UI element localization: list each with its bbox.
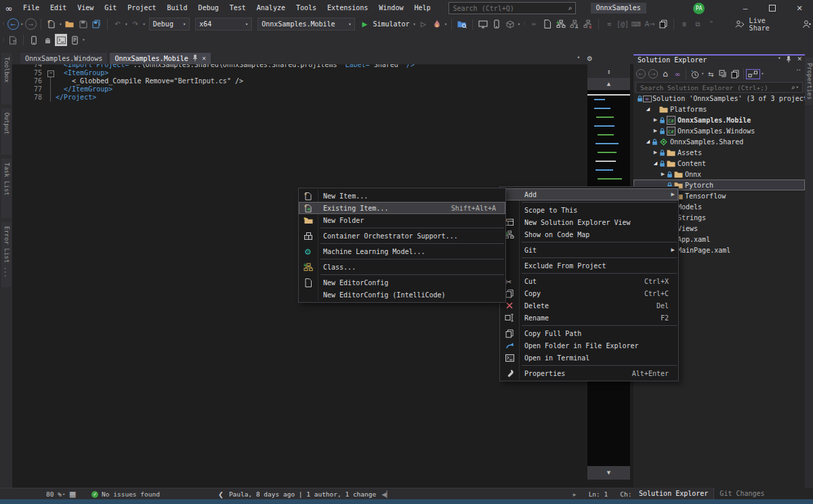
run-target-label[interactable]: Simulator: [373, 20, 409, 28]
zoom-dropdown-icon[interactable]: ▾: [62, 492, 65, 497]
new-file-icon[interactable]: [541, 18, 554, 30]
hot-reload-dropdown-icon[interactable]: ▾: [444, 22, 447, 27]
toolbar-grip-2[interactable]: ⁞: [521, 21, 527, 27]
expander-open-icon[interactable]: ◢: [652, 161, 659, 166]
restore-button[interactable]: [759, 0, 786, 16]
menubar-item-test[interactable]: Test: [224, 0, 251, 16]
expander-open-icon[interactable]: ◢: [644, 139, 652, 144]
tree-item-assets[interactable]: ▶Assets: [633, 147, 805, 158]
split-dropdown-icon[interactable]: ▾: [577, 55, 580, 62]
menu-item-cut[interactable]: ✂CutCtrl+X: [500, 275, 678, 287]
quote-format-icon[interactable]: ”: [705, 18, 717, 30]
panel-tab-solution-explorer[interactable]: Solution Explorer: [633, 488, 714, 499]
menubar-item-help[interactable]: Help: [409, 0, 436, 16]
left-tab-error-list[interactable]: Error List ...: [1, 222, 12, 287]
outline-list-icon[interactable]: ≣: [678, 18, 690, 30]
code-line[interactable]: 76 <_Globbed_Compile Remove="BertInput.c…: [12, 77, 585, 85]
close-button[interactable]: ✕: [786, 0, 813, 16]
submenu-item-new-editorconfig[interactable]: New EditorConfig: [299, 276, 505, 289]
menubar-item-window[interactable]: Window: [373, 0, 409, 16]
tree-item-onnxsamples-windows[interactable]: ▶C#OnnxSamples.Windows: [633, 125, 805, 136]
menu-item-git[interactable]: Git▶: [500, 244, 678, 256]
editor-tab-onnxsamples-windows[interactable]: OnnxSamples.Windows: [20, 53, 107, 64]
menu-item-open-folder-in-file-explorer[interactable]: Open Folder in File Explorer: [500, 339, 678, 352]
grid-icon[interactable]: ▦: [66, 488, 79, 501]
code-area[interactable]: 74 <Import Project="..\OnnxSamples.Share…: [12, 61, 585, 102]
menu-item-open-in-terminal[interactable]: Open in Terminal: [500, 352, 678, 364]
start-debugging-icon[interactable]: ▶: [358, 18, 371, 30]
editor-settings-gear-icon[interactable]: ⚙: [587, 55, 593, 62]
code-line[interactable]: 77 </ItemGroup>: [12, 85, 585, 93]
history-prev-icon[interactable]: ❮: [218, 490, 224, 498]
tree-item-onnx[interactable]: ▶Onnx: [633, 169, 805, 180]
package-dropdown-icon[interactable]: ▾: [518, 22, 520, 27]
indent-icon[interactable]: ≡: [603, 18, 615, 30]
remove-node-icon[interactable]: x: [582, 18, 594, 30]
submenu-item-new-item[interactable]: ✶New Item...: [299, 190, 505, 202]
sync-namespaces-icon[interactable]: ⇆: [705, 68, 716, 80]
panel-close-icon[interactable]: ✕: [797, 56, 802, 64]
navigate-forward-icon[interactable]: →: [24, 18, 37, 30]
sync-with-active-document-icon[interactable]: [746, 69, 760, 79]
navigate-back-dropdown-icon[interactable]: ▾: [20, 22, 23, 27]
expander-closed-icon[interactable]: ▶: [652, 150, 659, 155]
tree-item-solution-onnxsamples-3-of-3-projects[interactable]: ∞Solution 'OnnxSamples' (3 of 3 projects…: [633, 93, 805, 104]
new-project-dropdown-icon[interactable]: ▾: [59, 22, 62, 27]
menubar-item-edit[interactable]: Edit: [45, 0, 72, 16]
tab-pin-icon[interactable]: [192, 54, 198, 63]
panel-expand-icon[interactable]: ▸: [573, 490, 577, 498]
panel-tab-git-changes[interactable]: Git Changes: [714, 488, 770, 499]
scroll-up-button[interactable]: ▲: [587, 78, 630, 90]
expander-closed-icon[interactable]: ▶: [652, 117, 659, 123]
tab-close-icon[interactable]: ✕: [202, 56, 207, 62]
menu-item-copy-full-path[interactable]: Copy Full Path: [500, 327, 678, 339]
filter-dropdown-icon[interactable]: ▾: [701, 71, 704, 77]
submenu-item-new-folder[interactable]: ✶New Folder: [299, 214, 505, 226]
quick-search-box[interactable]: ⌕: [449, 2, 576, 14]
platform-select[interactable]: x64▾: [195, 18, 252, 30]
history-next-icon[interactable]: ◀▏: [381, 490, 392, 498]
collapse-all-icon[interactable]: [717, 68, 728, 80]
code-line[interactable]: 75− <ItemGroup>: [12, 69, 585, 77]
account-avatar[interactable]: PA: [693, 3, 705, 14]
menubar-item-git[interactable]: Git: [99, 0, 122, 16]
codelens-history[interactable]: Paula, 8 days ago | 1 author, 1 change: [229, 490, 376, 498]
fold-collapse-icon[interactable]: −: [47, 70, 54, 77]
word-wrap-icon[interactable]: ⧉: [692, 18, 704, 30]
toolbar-overflow-icon[interactable]: ‥: [796, 64, 801, 72]
menubar-item-extensions[interactable]: Extensions: [322, 0, 373, 16]
startup-project-select[interactable]: OnnxSamples.Mobile▾: [257, 18, 355, 30]
issues-status[interactable]: No issues found: [102, 490, 160, 498]
menubar-item-build[interactable]: Build: [162, 0, 193, 16]
phone-preview-icon[interactable]: [491, 18, 503, 30]
android-device-manager-icon[interactable]: [41, 34, 54, 46]
code-line[interactable]: 78</Project>: [12, 93, 585, 102]
pending-changes-filter-icon[interactable]: [689, 68, 700, 80]
minimize-button[interactable]: —: [732, 0, 759, 16]
submenu-item-new-editorconfig-intellicode[interactable]: New EditorConfig (IntelliCode): [299, 289, 505, 301]
navigate-back-icon[interactable]: ←: [7, 18, 19, 30]
menu-item-properties[interactable]: PropertiesAlt+Enter: [500, 367, 678, 379]
terminal-toggle-icon[interactable]: [55, 34, 67, 46]
solution-search-icon[interactable]: ⌕: [791, 83, 795, 91]
editor-tab-onnxsamples-mobile[interactable]: OnnxSamples.Mobile✕: [110, 53, 211, 64]
add-node-icon[interactable]: +: [555, 18, 567, 30]
scroll-down-button[interactable]: ▼: [587, 466, 630, 480]
task-list-icon[interactable]: ≔: [528, 18, 540, 30]
attribute-icon[interactable]: [@]: [617, 18, 629, 30]
submenu-item-class[interactable]: +Class...: [299, 261, 505, 273]
fold-margin[interactable]: −: [46, 69, 56, 77]
menubar-item-file[interactable]: File: [18, 0, 45, 16]
search-input[interactable]: [452, 4, 568, 13]
expander-closed-icon[interactable]: ▶: [652, 128, 659, 133]
submenu-item-machine-learning-model[interactable]: ⚙Machine Learning Model...: [299, 245, 505, 257]
tree-item-platforms[interactable]: ◢Platforms: [633, 104, 805, 114]
zoom-level[interactable]: 80 %: [46, 490, 62, 498]
start-without-debugging-icon[interactable]: ▷: [417, 18, 430, 30]
menu-item-add[interactable]: Add▶: [500, 188, 678, 201]
left-tab-toolbox[interactable]: Toolbox: [1, 53, 12, 104]
menu-item-delete[interactable]: DeleteDel: [500, 299, 678, 312]
splitter-handle-icon[interactable]: ↕: [587, 64, 630, 78]
solution-search-dropdown-icon[interactable]: ▾: [796, 85, 799, 90]
home-icon[interactable]: ⌂: [660, 68, 671, 80]
